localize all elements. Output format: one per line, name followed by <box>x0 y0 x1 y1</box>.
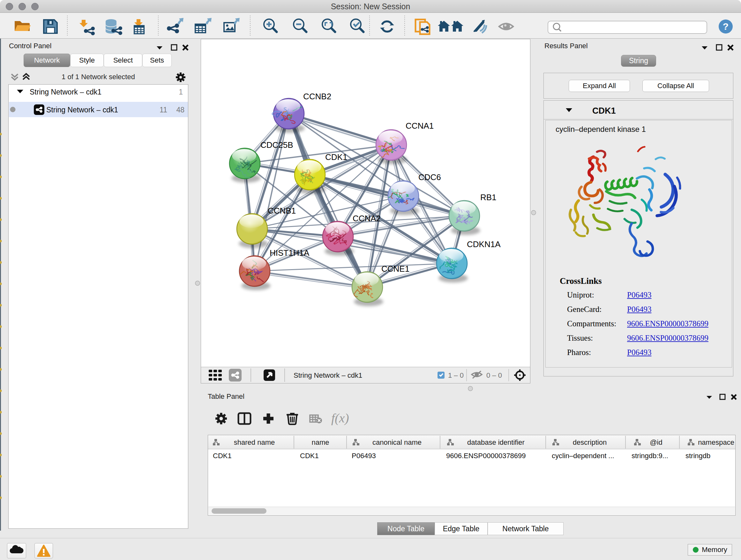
svg-text:0 – 0: 0 – 0 <box>486 371 502 379</box>
svg-text:CCNB1: CCNB1 <box>268 206 296 215</box>
svg-text:name: name <box>312 438 329 446</box>
svg-text:HIST1H1A: HIST1H1A <box>270 248 310 258</box>
svg-text:CCNE1: CCNE1 <box>381 264 409 273</box>
svg-text:1 – 0: 1 – 0 <box>448 371 464 379</box>
svg-text:1: 1 <box>179 88 183 96</box>
svg-text:database identifier: database identifier <box>467 438 525 446</box>
svg-text:CDC25B: CDC25B <box>260 140 293 150</box>
svg-text:canonical name: canonical name <box>373 438 421 446</box>
svg-text:CDKN1A: CDKN1A <box>467 240 501 249</box>
svg-text:shared name: shared name <box>234 438 275 446</box>
svg-text:RB1: RB1 <box>480 192 496 202</box>
svg-text:f(x): f(x) <box>331 411 349 425</box>
svg-text:String Network – cdk1: String Network – cdk1 <box>293 371 362 379</box>
svg-text:CCNA1: CCNA1 <box>406 121 434 131</box>
svg-text:CDK1: CDK1 <box>325 152 347 162</box>
svg-text:String Network – cdk1: String Network – cdk1 <box>30 88 102 96</box>
svg-text:48: 48 <box>176 106 185 114</box>
svg-text:CDC6: CDC6 <box>418 172 441 182</box>
svg-text:11: 11 <box>159 106 167 114</box>
svg-text:description: description <box>573 438 607 446</box>
svg-text:CCNA2: CCNA2 <box>353 213 381 223</box>
svg-text:String Network – cdk1: String Network – cdk1 <box>46 106 118 114</box>
svg-text:@id: @id <box>650 438 662 446</box>
svg-text:?: ? <box>723 21 729 32</box>
svg-text:CCNB2: CCNB2 <box>303 91 331 101</box>
svg-text:namespace: namespace <box>698 438 734 446</box>
